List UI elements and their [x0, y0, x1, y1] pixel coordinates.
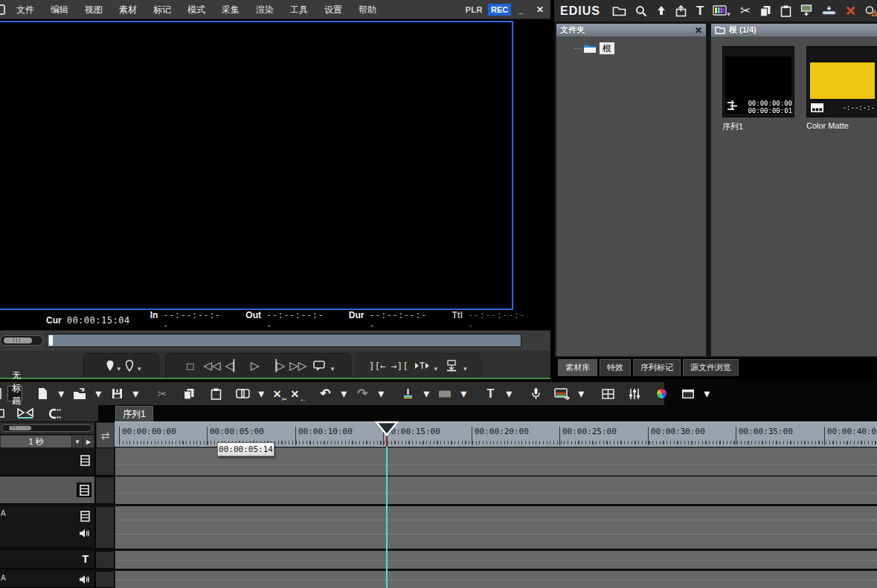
clip-card-sequence[interactable]: 00:00:00:00 00:00:00:01 序列1: [722, 46, 794, 132]
loop-playback-button[interactable]: [311, 356, 329, 375]
player-mode-button[interactable]: PLR: [463, 4, 486, 16]
tree-item-root[interactable]: 根: [574, 42, 706, 54]
copy-button[interactable]: [759, 2, 771, 20]
import-button[interactable]: [675, 2, 687, 20]
clip-name-sequence[interactable]: 序列1: [722, 121, 794, 132]
video-track-icon-selected[interactable]: [77, 482, 91, 497]
scale-dropdown-button[interactable]: ▼: [71, 436, 83, 448]
add-to-timeline-button[interactable]: [822, 2, 836, 20]
play-in-to-out-button[interactable]: [413, 356, 431, 375]
open-project-dropdown[interactable]: ▾: [90, 385, 106, 403]
track-patch-title[interactable]: [95, 551, 115, 569]
open-project-button[interactable]: [71, 385, 88, 403]
clip-card-color-matte[interactable]: -:--:-:- Color Matte: [806, 46, 877, 132]
set-in-point-button[interactable]: [100, 356, 118, 375]
add-cut-point-dropdown[interactable]: ▾: [418, 385, 434, 403]
snap-mode-button[interactable]: [46, 408, 61, 419]
play-in-out-dropdown[interactable]: ▾: [434, 365, 437, 372]
export-dropdown[interactable]: ▾: [573, 385, 589, 403]
va-speaker-icon[interactable]: [79, 528, 90, 541]
redo-button[interactable]: ↷: [354, 385, 370, 403]
menu-tools[interactable]: 工具: [282, 0, 316, 19]
redo-dropdown[interactable]: ▾: [373, 385, 389, 403]
timeline-scale-selector[interactable]: 1 秒 ▼ ▶: [0, 435, 94, 448]
set-out-point-button[interactable]: [121, 356, 139, 375]
voiceover-button[interactable]: [527, 385, 544, 403]
title-dropdown[interactable]: ▾: [501, 385, 517, 403]
track-header-v1[interactable]: [0, 448, 94, 476]
up-folder-button[interactable]: [656, 2, 666, 20]
menu-capture[interactable]: 采集: [213, 0, 248, 19]
color-correction-button[interactable]: [653, 385, 669, 403]
layout-button[interactable]: [680, 385, 696, 403]
recorder-mode-button[interactable]: REC: [488, 4, 511, 16]
track-header-audio[interactable]: A: [0, 571, 94, 588]
previous-frame-button[interactable]: ◁▏: [225, 356, 242, 375]
insert-to-timeline-button[interactable]: [443, 356, 460, 375]
project-name-field[interactable]: 无标题31: [7, 386, 22, 401]
goto-in-button[interactable]: ][←: [368, 356, 386, 375]
folder-button[interactable]: [612, 2, 626, 20]
minimize-button[interactable]: _: [511, 4, 530, 15]
replace-button[interactable]: [234, 385, 251, 403]
tab-sequence-marker[interactable]: 序列标记: [633, 359, 681, 376]
play-button[interactable]: ▷: [246, 356, 264, 375]
rewind-button[interactable]: ◁◁: [203, 356, 221, 375]
track-lane-va[interactable]: [115, 506, 877, 549]
colorbars-dropdown[interactable]: ▾: [727, 10, 730, 18]
menu-marker[interactable]: 标记: [145, 0, 179, 19]
position-bar[interactable]: [47, 334, 521, 347]
timeline-scale-value[interactable]: 1 秒: [1, 436, 71, 448]
menu-clip[interactable]: 素材: [111, 0, 145, 19]
track-header-title[interactable]: T: [0, 551, 94, 569]
title-track-icon[interactable]: T: [82, 553, 89, 565]
new-sequence-dropdown[interactable]: ▾: [53, 385, 69, 403]
position-cursor[interactable]: [49, 335, 53, 346]
ripple-delete-button[interactable]: ✕←: [290, 385, 306, 403]
save-project-button[interactable]: [109, 385, 125, 403]
va-video-icon[interactable]: [80, 511, 90, 525]
multicam-button[interactable]: [600, 385, 616, 403]
loop-dropdown[interactable]: ▾: [331, 365, 335, 372]
delete-parts-button[interactable]: ✕✂: [272, 385, 288, 403]
menu-view[interactable]: 视图: [77, 0, 111, 19]
undo-dropdown[interactable]: ▾: [335, 385, 352, 403]
cut-clip-button[interactable]: ✂: [154, 385, 170, 403]
menu-edit[interactable]: 编辑: [42, 0, 77, 19]
close-button[interactable]: ✕: [530, 4, 550, 15]
menu-render[interactable]: 渲染: [248, 0, 282, 19]
playhead-line[interactable]: [386, 447, 388, 588]
track-lane-audio[interactable]: [115, 571, 877, 588]
layout-dropdown[interactable]: ▾: [698, 385, 715, 403]
cut-button[interactable]: ✂: [740, 2, 751, 20]
track-lane-title[interactable]: [115, 551, 877, 569]
track-header-va[interactable]: A: [0, 506, 94, 549]
next-frame-button[interactable]: ▕▷: [268, 356, 286, 375]
undo-button[interactable]: ↶: [317, 385, 333, 403]
tab-source-browser[interactable]: 源文件浏览: [683, 359, 739, 376]
copy-clip-button[interactable]: [181, 385, 197, 403]
menu-file[interactable]: 文件: [8, 0, 42, 19]
audio-speaker-icon[interactable]: [79, 574, 90, 587]
set-in-dropdown[interactable]: ▾: [117, 365, 121, 372]
folder-panel-close-button[interactable]: ✕: [695, 25, 702, 36]
create-title-button[interactable]: T: [696, 2, 704, 20]
search-button[interactable]: [635, 2, 647, 20]
tab-asset-bin[interactable]: 素材库: [558, 359, 597, 376]
scale-expand-button[interactable]: ▶: [83, 436, 94, 448]
paste-button[interactable]: [780, 2, 791, 20]
audio-mixer-button[interactable]: [626, 385, 643, 403]
new-sequence-button[interactable]: [34, 385, 51, 403]
clip-name-color-matte[interactable]: Color Matte: [806, 121, 877, 130]
track-header-v2[interactable]: [0, 476, 94, 504]
export-button[interactable]: [554, 385, 571, 403]
shuttle-slider[interactable]: [0, 335, 43, 346]
video-track-icon[interactable]: [80, 455, 90, 469]
goto-out-button[interactable]: →][: [391, 356, 408, 375]
set-transition-dropdown[interactable]: ▾: [455, 385, 472, 403]
track-patch-v2[interactable]: [95, 476, 115, 504]
create-title-button-tl[interactable]: T: [482, 385, 498, 403]
track-patch-v1[interactable]: [95, 448, 115, 476]
track-patch-va[interactable]: [95, 506, 115, 549]
timeline-zoom-slider[interactable]: [1, 424, 92, 432]
